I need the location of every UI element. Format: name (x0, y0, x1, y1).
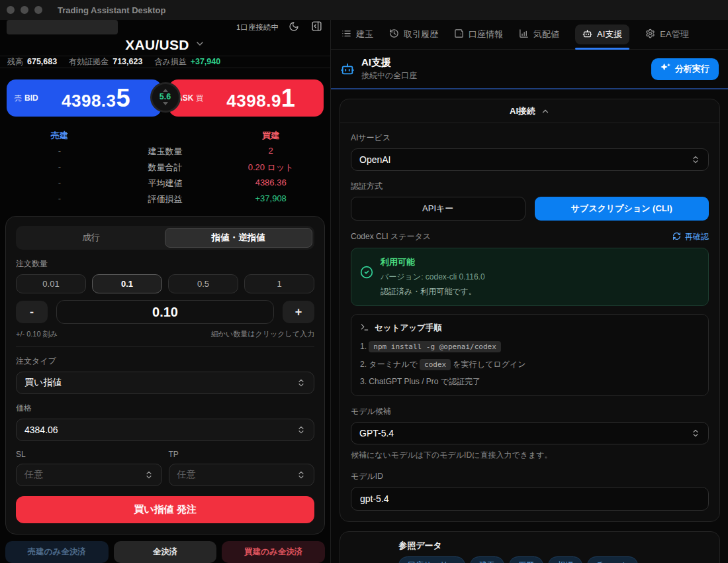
collapse-panel-button[interactable] (309, 20, 324, 34)
ai-service-select[interactable]: OpenAI (351, 148, 709, 171)
tab-account-info[interactable]: 口座情報 (454, 20, 503, 50)
tab-ea-manage[interactable]: EA管理 (645, 20, 688, 50)
auth-subscription-button[interactable]: サブスクリプション (CLI) (535, 197, 709, 221)
setup-title: セットアップ手順 (375, 323, 442, 334)
close-all-sell-button[interactable]: 売建のみ全決済 (5, 541, 109, 563)
cli-status-title: 利用可能 (381, 256, 485, 268)
history-icon (389, 28, 399, 40)
order-type-select[interactable]: 買い指値 (16, 372, 314, 394)
qty-preset-001[interactable]: 0.01 (16, 274, 86, 293)
row-label: 平均建値 (113, 178, 218, 189)
setup-step-2: 2. ターミナルで codex を実行してログイン (360, 358, 700, 371)
qty-preset-05[interactable]: 0.5 (168, 274, 238, 293)
symbol-header[interactable]: XAU/USD (0, 34, 330, 56)
spread-up-icon (163, 89, 168, 92)
tab-label: 取引履歴 (404, 28, 438, 40)
auth-method-label: 認証方式 (351, 181, 709, 192)
page-subtitle: 接続中の全口座 (361, 70, 417, 81)
step-hint: +/- 0.10 刻み (16, 329, 58, 339)
trade-panel: 1口座接続中 XAU/USD 残高675,683 有効証拠金713,623 含み… (0, 20, 331, 563)
chip-positions[interactable]: 建玉 (470, 556, 504, 563)
tab-history[interactable]: 取引履歴 (389, 20, 438, 50)
sl-input[interactable]: 任意 (16, 464, 162, 486)
chevron-down-icon[interactable] (649, 560, 661, 563)
chip-account-summary[interactable]: 口座サマリー (398, 556, 465, 563)
info-panel: 建玉 取引履歴 口座情報 気配値 AI支援 (331, 20, 728, 563)
ai-connection-section-toggle[interactable]: AI接続 (340, 99, 719, 123)
close-all-buy-button[interactable]: 買建のみ全決済 (222, 541, 325, 563)
chip-market[interactable]: 相場 (548, 556, 582, 563)
window-minimize-button[interactable] (21, 6, 28, 14)
order-type-value: 買い指値 (24, 377, 296, 389)
qty-increment-button[interactable]: + (283, 301, 314, 323)
qty-decrement-button[interactable]: - (16, 301, 48, 323)
app-window: Trading Assistant Desktop 1口座接続中 XAU/USD (0, 0, 728, 563)
sell-bid-button[interactable]: 売 BID 4398.35 (7, 79, 161, 117)
window-zoom-button[interactable] (34, 6, 42, 14)
auth-api-key-button[interactable]: APIキー (351, 197, 525, 221)
chip-history[interactable]: 履歴 (509, 556, 543, 563)
tab-label: AI支援 (597, 28, 622, 40)
order-mode-toggle: 成行 指値・逆指値 (16, 226, 314, 250)
right-tab-bar: 建玉 取引履歴 口座情報 気配値 AI支援 (331, 20, 728, 50)
account-selector[interactable] (7, 20, 118, 34)
row-label: 数量合計 (113, 162, 218, 174)
tab-positions[interactable]: 建玉 (341, 20, 373, 50)
window-close-button[interactable] (7, 6, 15, 14)
connection-status: 1口座接続中 (236, 23, 279, 32)
theme-toggle-button[interactable] (287, 20, 301, 34)
ai-connection-card: AI接続 AIサービス OpenAI 認証方式 APIキー サブスクリプション … (340, 99, 720, 522)
sell-avg-price: - (7, 178, 113, 189)
price-input[interactable]: 4384.06 (16, 419, 314, 441)
chip-chart[interactable]: チャート (587, 556, 638, 563)
qty-preset-1[interactable]: 1 (244, 274, 314, 293)
ai-service-value: OpenAI (359, 154, 691, 165)
page-title: AI支援 (361, 56, 417, 69)
cli-version: バージョン: codex-cli 0.116.0 (381, 272, 485, 283)
tp-label: TP (169, 450, 315, 459)
bot-icon (582, 28, 592, 40)
run-analysis-button[interactable]: 分析実行 (651, 58, 719, 80)
qty-presets: 0.01 0.1 0.5 1 (16, 274, 314, 293)
buy-lots: 0.20 ロット (218, 162, 324, 174)
setup-steps-box: セットアップ手順 1. npm install -g @openai/codex… (351, 314, 709, 396)
wallet-icon (454, 28, 464, 40)
submit-order-button[interactable]: 買い指値 発注 (16, 496, 314, 523)
model-hint: 候補にないモデルは下のモデルIDに直接入力できます。 (351, 450, 709, 461)
buy-count: 2 (218, 146, 324, 158)
tab-label: EA管理 (660, 28, 688, 40)
spread-indicator[interactable]: 5.6 (150, 82, 181, 113)
qty-preset-01[interactable]: 0.1 (92, 274, 162, 293)
buy-avg-price: 4386.36 (218, 178, 324, 189)
buy-ask-button[interactable]: ASK 買 4398.91 (169, 79, 324, 117)
cli-status-message: 認証済み・利用可能です。 (381, 286, 485, 297)
qty-input[interactable]: 0.10 (56, 300, 274, 324)
model-id-input[interactable]: gpt-5.4 (351, 487, 709, 511)
ask-kanji: 買 (196, 93, 203, 103)
balance-value: 675,683 (27, 57, 57, 66)
codex-status-label: Codex CLI ステータス (351, 231, 431, 242)
quote-row: 売 BID 4398.35 5.6 ASK 買 4398.91 (0, 68, 330, 126)
close-all-button[interactable]: 全決済 (114, 541, 217, 563)
refresh-icon (672, 232, 681, 242)
chevron-up-icon (541, 107, 550, 116)
recheck-button[interactable]: 再確認 (672, 231, 709, 242)
qty-label: 注文数量 (16, 258, 314, 270)
tab-market-order[interactable]: 成行 (18, 228, 165, 248)
row-label: 建玉数量 (113, 146, 218, 158)
tp-placeholder: 任意 (177, 469, 297, 481)
tab-limit-order[interactable]: 指値・逆指値 (165, 228, 313, 248)
row-label: 評価損益 (113, 193, 218, 205)
updown-chevron-icon (691, 155, 700, 164)
pl-value: +37,940 (191, 57, 221, 66)
pl-label: 含み損益 (154, 56, 186, 68)
tab-quotes[interactable]: 気配値 (519, 20, 559, 50)
tp-input[interactable]: 任意 (169, 464, 315, 486)
service-label: AIサービス (351, 132, 709, 144)
titlebar: Trading Assistant Desktop (0, 0, 728, 20)
recheck-label: 再確認 (685, 231, 709, 242)
model-select[interactable]: GPT-5.4 (351, 422, 709, 444)
check-circle-icon (360, 266, 373, 279)
tab-ai-assist[interactable]: AI支援 (575, 20, 629, 50)
sl-label: SL (16, 450, 162, 459)
